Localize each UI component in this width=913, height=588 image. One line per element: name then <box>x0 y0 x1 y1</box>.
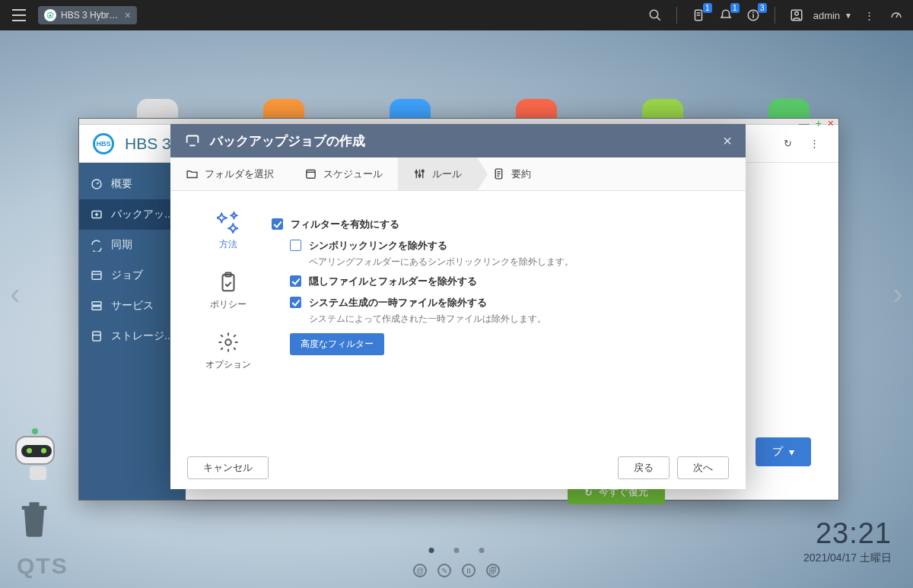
assistant-robot-icon[interactable] <box>15 436 61 489</box>
create-backup-job-dialog: バックアップジョブの作成 × フォルダを選択 スケジュール ルール 要約 方法 … <box>170 124 746 489</box>
next-button[interactable]: 次へ <box>677 456 729 479</box>
dialog-header: バックアップジョブの作成 × <box>170 124 746 157</box>
sidebar-label: ストレージ... <box>111 329 173 343</box>
page-dot[interactable] <box>479 548 485 553</box>
more-button[interactable]: ⋮ <box>858 5 880 26</box>
exclude-symlink-label: シンボリックリンクを除外する <box>309 239 447 253</box>
enable-filter-label: フィルターを有効にする <box>291 218 399 231</box>
recycle-bin[interactable] <box>18 500 50 539</box>
advanced-filter-button[interactable]: 高度なフィルター <box>290 333 384 355</box>
shortcut-icon[interactable]: 🗐 <box>486 564 500 577</box>
step-label: 要約 <box>511 167 531 181</box>
svg-point-0 <box>650 10 658 18</box>
svg-point-33 <box>225 339 231 345</box>
rule-tab-method[interactable]: 方法 <box>217 211 240 251</box>
sidebar-label: サービス <box>111 299 154 313</box>
page-dot[interactable] <box>454 548 460 553</box>
page-dot[interactable] <box>429 548 434 553</box>
step-label: フォルダを選択 <box>205 167 274 181</box>
wizard-step-schedule[interactable]: スケジュール <box>289 157 398 190</box>
rule-tab-policy[interactable]: ポリシー <box>210 271 247 311</box>
close-icon[interactable]: × <box>125 9 131 21</box>
cancel-button[interactable]: キャンセル <box>187 456 269 479</box>
sparkle-icon <box>217 211 240 234</box>
badge: 3 <box>758 3 767 13</box>
tab-label: 方法 <box>219 238 237 251</box>
gauge-icon <box>889 8 903 22</box>
dialog-footer: キャンセル 戻る 次へ <box>170 447 746 489</box>
wizard-step-folder[interactable]: フォルダを選択 <box>170 157 289 190</box>
refresh-button[interactable]: ↻ <box>784 138 799 149</box>
svg-rect-17 <box>93 332 101 341</box>
exclude-hidden-label: 隠しファイルとフォルダーを除外する <box>309 275 477 288</box>
gear-icon <box>217 331 240 354</box>
chevron-down-icon: ▼ <box>845 11 852 20</box>
sidebar-label: バックアッ... <box>111 208 173 221</box>
user-icon <box>790 8 803 22</box>
menu-button[interactable] <box>6 2 32 28</box>
clipboard-icon <box>217 271 240 294</box>
sidebar-item-backup[interactable]: バックアッ... <box>79 199 186 230</box>
sidebar-item-job[interactable]: ジョブ <box>79 260 186 291</box>
prev-page-button[interactable]: ‹ <box>0 258 33 331</box>
badge: 1 <box>703 3 712 13</box>
step-label: スケジュール <box>323 167 383 181</box>
tab-label: HBS 3 Hybrid B... <box>61 10 120 21</box>
system-topbar: ⦿ HBS 3 Hybrid B... × 1 1 3 admin ▼ ⋮ <box>0 0 913 30</box>
dialog-title: バックアップジョブの作成 <box>210 132 365 150</box>
hbs-logo-icon: HBS <box>93 133 114 154</box>
svg-rect-13 <box>92 272 101 280</box>
sidebar-item-service[interactable]: サービス <box>79 291 186 321</box>
dialog-close-button[interactable]: × <box>723 132 732 150</box>
shortcut-icon[interactable]: @ <box>413 564 427 577</box>
svg-line-10 <box>896 14 898 18</box>
exclude-symlink-checkbox[interactable] <box>290 240 301 251</box>
hbs-title: HBS 3 <box>125 135 171 153</box>
user-name: admin <box>813 10 840 21</box>
primary-action-button[interactable]: プ ▾ <box>756 437 811 466</box>
window-minimize[interactable]: — <box>799 117 810 129</box>
next-page-button[interactable]: › <box>880 258 913 331</box>
tab-label: ポリシー <box>210 298 247 311</box>
desktop-clock: 23:21 2021/04/17 土曜日 <box>803 517 892 565</box>
wizard-step-rules[interactable]: ルール <box>398 157 477 190</box>
shortcut-icon[interactable]: ✎ <box>437 564 451 577</box>
button-label: プ <box>772 445 783 459</box>
taskbar-tab[interactable]: ⦿ HBS 3 Hybrid B... × <box>38 6 137 24</box>
user-avatar[interactable] <box>786 5 807 26</box>
sidebar-item-storage[interactable]: ストレージ... <box>79 321 186 351</box>
window-maximize[interactable]: + <box>816 117 822 129</box>
sidebar-item-overview[interactable]: 概要 <box>79 169 186 199</box>
badge: 1 <box>730 3 740 13</box>
sidebar-label: ジョブ <box>111 269 143 282</box>
enable-filter-checkbox[interactable] <box>272 218 283 230</box>
exclude-symlink-desc: ペアリングフォルダーにあるシンボリックリンクを除外します。 <box>272 256 717 269</box>
tab-label: オプション <box>205 358 251 371</box>
hbs-sidebar: 概要 バックアッ... 同期 ジョブ サービス ストレージ... <box>79 163 186 500</box>
sidebar-item-sync[interactable]: 同期 <box>79 230 186 260</box>
notifications-button[interactable]: 1 <box>715 5 736 26</box>
tasks-button[interactable]: 1 <box>688 5 709 26</box>
exclude-tmp-checkbox[interactable] <box>290 297 301 308</box>
clock-date: 2021/04/17 土曜日 <box>803 551 892 565</box>
exclude-tmp-desc: システムによって作成された一時ファイルは除外します。 <box>272 313 717 326</box>
step-label: ルール <box>432 167 462 181</box>
exclude-tmp-label: システム生成の一時ファイルを除外する <box>309 296 487 310</box>
info-button[interactable]: 3 <box>743 5 764 26</box>
clock-time: 23:21 <box>803 517 892 550</box>
svg-point-9 <box>794 12 798 16</box>
search-icon <box>648 8 662 22</box>
rule-tab-option[interactable]: オプション <box>205 331 251 371</box>
user-menu[interactable]: admin ▼ <box>813 10 852 21</box>
chevron-down-icon: ▾ <box>789 446 794 458</box>
overflow-button[interactable]: ⋮ <box>810 138 825 149</box>
wizard-steps: フォルダを選択 スケジュール ルール 要約 <box>170 157 746 191</box>
search-button[interactable] <box>644 5 666 26</box>
shortcut-icon[interactable]: ⏸ <box>462 564 476 577</box>
dashboard-button[interactable] <box>886 5 907 26</box>
back-button[interactable]: 戻る <box>618 456 670 479</box>
page-indicator <box>429 548 485 553</box>
exclude-hidden-checkbox[interactable] <box>290 275 301 287</box>
window-close[interactable]: × <box>828 117 834 129</box>
hbs-icon: ⦿ <box>44 9 56 21</box>
